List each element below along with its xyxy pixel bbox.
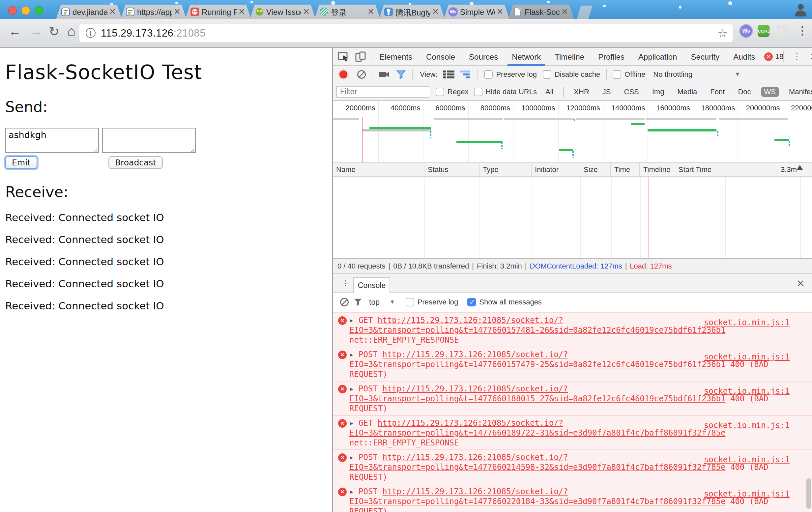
- devtools-tab-security[interactable]: Security: [684, 48, 726, 66]
- request-url-link[interactable]: http://115.29.173.126:21085/socket.io/?: [382, 384, 568, 393]
- request-url-link[interactable]: http://115.29.173.126:21085/socket.io/?: [378, 418, 563, 428]
- show-overview-icon[interactable]: [460, 70, 471, 79]
- console-drawer-tab[interactable]: Console: [353, 277, 390, 293]
- browser-tab[interactable]: WsSimple Web S✕: [443, 5, 510, 19]
- column-header-name[interactable]: Name: [333, 163, 425, 176]
- tab-close-icon[interactable]: ✕: [303, 7, 310, 16]
- filter-type-all[interactable]: All: [542, 87, 557, 97]
- request-query-link[interactable]: EIO=3&transport=polling&t=1477660157481-…: [349, 326, 726, 335]
- broadcast-textarea[interactable]: [102, 128, 196, 153]
- devtools-close-icon[interactable]: ✕: [810, 51, 812, 62]
- throttling-select[interactable]: No throttling: [653, 70, 692, 79]
- back-button[interactable]: ←: [8, 24, 21, 38]
- browser-tab[interactable]: 登录✕: [314, 5, 380, 19]
- tab-close-icon[interactable]: ✕: [109, 7, 116, 16]
- devtools-tab-timeline[interactable]: Timeline: [548, 48, 591, 66]
- console-error-entry[interactable]: ✕▶POST http://115.29.173.126:21085/socke…: [333, 484, 812, 512]
- tab-close-icon[interactable]: ✕: [497, 7, 503, 16]
- console-error-entry[interactable]: ✕▶POST http://115.29.173.126:21085/socke…: [333, 347, 812, 382]
- network-overview-graph[interactable]: 20000ms40000ms60000ms80000ms100000ms1200…: [333, 101, 812, 163]
- column-header-timeline-start-time[interactable]: Timeline – Start Time3.3m: [640, 163, 812, 176]
- regex-checkbox[interactable]: Regex: [436, 88, 469, 96]
- emit-textarea[interactable]: ashdkgh: [5, 128, 99, 153]
- devtools-tab-profiles[interactable]: Profiles: [591, 48, 631, 66]
- filter-type-css[interactable]: CSS: [621, 87, 642, 97]
- column-header-type[interactable]: Type: [480, 163, 531, 176]
- source-location-link[interactable]: socket.io.min.js:1: [704, 489, 790, 499]
- filter-input[interactable]: [336, 86, 430, 98]
- capture-screenshots-icon[interactable]: [378, 70, 390, 79]
- error-count-badge[interactable]: ✕ 18: [764, 52, 783, 61]
- context-dropdown-icon[interactable]: ▼: [389, 299, 395, 305]
- expand-triangle-icon[interactable]: ▶: [350, 453, 353, 462]
- use-large-rows-icon[interactable]: [443, 70, 455, 79]
- console-error-entry[interactable]: ✕▶GET http://115.29.173.126:21085/socket…: [333, 312, 812, 347]
- tab-close-icon[interactable]: ✕: [174, 7, 181, 16]
- console-error-entry[interactable]: ✕▶POST http://115.29.173.126:21085/socke…: [333, 382, 812, 416]
- device-toolbar-icon[interactable]: [355, 51, 367, 63]
- home-button[interactable]: ⌂: [67, 23, 76, 39]
- column-header-initiator[interactable]: Initiator: [531, 163, 580, 176]
- devtools-tab-application[interactable]: Application: [631, 48, 684, 66]
- request-url-link[interactable]: http://115.29.173.126:21085/socket.io/?: [382, 453, 568, 462]
- browser-tab[interactable]: https://app.jia✕: [121, 5, 186, 19]
- column-header-size[interactable]: Size: [580, 163, 611, 176]
- request-query-link[interactable]: EIO=3&transport=polling&t=1477660188015-…: [349, 394, 726, 403]
- show-all-messages-checkbox[interactable]: Show all messages: [467, 298, 542, 306]
- clear-requests-icon[interactable]: [357, 70, 366, 79]
- window-minimize-button[interactable]: [22, 6, 30, 15]
- browser-tab[interactable]: dev.jiandao.im✕: [56, 5, 122, 19]
- bookmark-star-icon[interactable]: ☆: [718, 27, 728, 40]
- tab-close-icon[interactable]: ✕: [238, 7, 245, 16]
- offline-checkbox[interactable]: Offline: [613, 70, 645, 79]
- browser-tab[interactable]: Running Fast✕: [185, 5, 251, 19]
- expand-triangle-icon[interactable]: ▶: [350, 350, 353, 360]
- filter-type-xhr[interactable]: XHR: [571, 87, 592, 97]
- execution-context-select[interactable]: top: [369, 298, 380, 307]
- request-url-link[interactable]: http://115.29.173.126:21085/socket.io/?: [382, 487, 568, 496]
- devtools-tab-network[interactable]: Network: [505, 48, 548, 66]
- forward-button[interactable]: →: [30, 24, 42, 38]
- broadcast-button[interactable]: Broadcast: [109, 156, 163, 169]
- source-location-link[interactable]: socket.io.min.js:1: [704, 386, 790, 396]
- request-query-link[interactable]: EIO=3&transport=polling&t=1477660220184-…: [349, 497, 726, 506]
- inspect-element-icon[interactable]: [338, 51, 349, 63]
- hide-data-urls-checkbox[interactable]: Hide data URLs: [474, 88, 537, 96]
- source-location-link[interactable]: socket.io.min.js:1: [704, 318, 790, 328]
- new-tab-button[interactable]: [577, 6, 592, 19]
- column-header-time[interactable]: Time: [611, 163, 640, 176]
- emit-button[interactable]: Emit: [5, 156, 37, 169]
- request-query-link[interactable]: EIO=3&transport=polling&t=1477660157479-…: [349, 360, 726, 369]
- expand-triangle-icon[interactable]: ▶: [350, 384, 353, 394]
- source-location-link[interactable]: socket.io.min.js:1: [704, 420, 790, 430]
- chrome-menu-icon[interactable]: ⋮: [797, 24, 808, 37]
- expand-triangle-icon[interactable]: ▶: [350, 487, 353, 497]
- window-zoom-button[interactable]: [35, 6, 43, 15]
- devtools-tab-audits[interactable]: Audits: [726, 48, 762, 66]
- console-scrollbar-thumb[interactable]: [806, 478, 811, 509]
- browser-tab[interactable]: 腾讯Bugly - —✕: [379, 5, 445, 19]
- profile-avatar-icon[interactable]: [794, 3, 807, 17]
- cors-extension-icon[interactable]: CORS: [758, 25, 770, 37]
- console-filter-icon[interactable]: [353, 298, 362, 307]
- console-error-entry[interactable]: ✕▶GET http://115.29.173.126:21085/socket…: [333, 416, 812, 450]
- console-messages[interactable]: ✕▶GET http://115.29.173.126:21085/socket…: [333, 312, 812, 512]
- expand-triangle-icon[interactable]: ▶: [350, 315, 353, 326]
- source-location-link[interactable]: socket.io.min.js:1: [704, 455, 790, 464]
- devtools-tab-elements[interactable]: Elements: [372, 48, 419, 66]
- browser-tab[interactable]: Flask-SocketIO✕: [508, 5, 574, 19]
- request-query-link[interactable]: EIO=3&transport=polling&t=1477660214598-…: [349, 462, 726, 472]
- url-text[interactable]: 115.29.173.126:21085: [101, 27, 206, 39]
- source-location-link[interactable]: socket.io.min.js:1: [704, 352, 790, 362]
- download-extension-icon[interactable]: [776, 25, 788, 37]
- filter-type-js[interactable]: JS: [599, 87, 614, 97]
- devtools-tab-sources[interactable]: Sources: [462, 48, 505, 66]
- drawer-close-icon[interactable]: ✕: [796, 278, 805, 289]
- sort-ascending-icon[interactable]: [797, 165, 803, 170]
- ws-extension-icon[interactable]: Ws: [740, 25, 752, 37]
- page-info-icon[interactable]: i: [86, 28, 95, 38]
- request-query-link[interactable]: EIO=3&transport=polling&t=1477660189722-…: [349, 428, 726, 438]
- preserve-log-checkbox[interactable]: Preserve log: [484, 70, 537, 79]
- tab-close-icon[interactable]: ✕: [368, 7, 374, 16]
- filter-type-img[interactable]: Img: [649, 87, 668, 97]
